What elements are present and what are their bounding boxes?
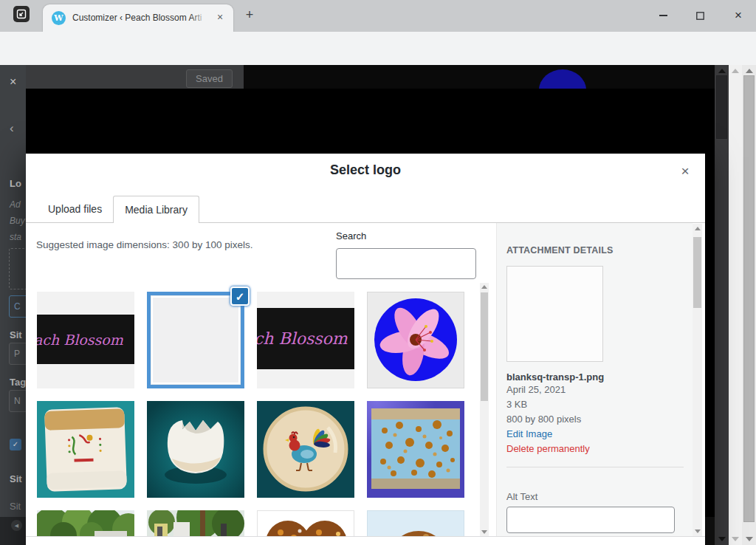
- modal-close-icon[interactable]: ×: [677, 163, 693, 179]
- suggested-dimensions-text: Suggested image dimensions: 300 by 100 p…: [36, 239, 252, 250]
- media-thumbnail-blossom-flower[interactable]: [367, 292, 464, 388]
- edit-image-link[interactable]: Edit Image: [506, 427, 693, 442]
- scrollbar-down-arrow[interactable]: [732, 537, 739, 541]
- park-image: [37, 510, 134, 536]
- close-icon: ×: [735, 8, 742, 23]
- collapse-sidebar-icon[interactable]: ◀: [11, 520, 22, 531]
- site-logo-circle: [539, 69, 586, 89]
- scrollbar-thumb[interactable]: [693, 237, 701, 308]
- tab-media-library[interactable]: Media Library: [113, 196, 199, 223]
- attachment-details-heading: ATTACHMENT DETAILS: [506, 245, 693, 256]
- tab-close-icon[interactable]: ×: [213, 11, 227, 24]
- media-thumbnail-peach-blossom-logo-1[interactable]: ach Blossom: [37, 292, 134, 388]
- preview-scrollbar-dimmed[interactable]: [715, 65, 729, 545]
- change-logo-button[interactable]: C: [9, 295, 26, 318]
- scrollbar-down-arrow[interactable]: [718, 537, 726, 541]
- browser-tab-bar: W Customizer ‹ Peach Blossom Arti × + ×: [0, 0, 756, 32]
- media-library-content: Suggested image dimensions: 300 by 100 p…: [26, 223, 693, 536]
- media-grid: ach Blossom ✓ ch Blossom: [37, 292, 478, 536]
- scrollbar-down-arrow[interactable]: [481, 530, 487, 534]
- scrollbar-thumb[interactable]: [481, 292, 488, 401]
- new-tab-button[interactable]: +: [241, 7, 258, 24]
- edge-workspaces-icon[interactable]: [13, 6, 30, 22]
- plate-image: [37, 401, 134, 498]
- tab-upload-files[interactable]: Upload files: [37, 196, 113, 223]
- site-section-label-2: Sit: [10, 501, 21, 512]
- search-input[interactable]: [336, 248, 476, 279]
- maximize-icon: [696, 12, 704, 20]
- wordpress-favicon-icon: W: [52, 11, 66, 25]
- media-thumbnail-rooster-bowl[interactable]: [257, 401, 354, 498]
- page-overlay-area: × ‹ Lo Ad Buy sta C Sit P Tag N ✓ Sit Si…: [0, 65, 756, 545]
- rooster-image: [257, 401, 354, 498]
- browser-tab-customizer[interactable]: W Customizer ‹ Peach Blossom Arti ×: [43, 4, 233, 32]
- scrollbar-up-arrow[interactable]: [481, 285, 487, 289]
- site-title-input[interactable]: P: [9, 343, 26, 365]
- attachment-filesize: 3 KB: [506, 397, 693, 412]
- scrollbar-thumb[interactable]: [716, 75, 727, 139]
- attachment-details-sidebar: ATTACHMENT DETAILS blanksq-transp-1.png …: [496, 223, 693, 536]
- site-section-label: Sit: [10, 473, 22, 484]
- scrollbar-up-arrow[interactable]: [746, 69, 753, 73]
- scrollbar-up-arrow[interactable]: [695, 227, 701, 230]
- scrollbar-down-arrow[interactable]: [746, 537, 753, 541]
- site-icon-checkbox[interactable]: ✓: [10, 439, 21, 450]
- browser-scrollbar[interactable]: [742, 65, 756, 545]
- modal-scrollbar[interactable]: [693, 224, 702, 536]
- site-preview-dimmed: [244, 65, 715, 89]
- tagline-input[interactable]: N: [9, 390, 26, 412]
- logo-black-band: ach Blossom: [37, 315, 134, 364]
- eggshell-image: [147, 401, 244, 498]
- logo-text: ch Blossom: [257, 329, 348, 348]
- attachment-preview-box: [506, 266, 603, 362]
- modal-footer: Select: [26, 536, 705, 545]
- grid-scrollbar[interactable]: [480, 283, 489, 536]
- tagline-label: Tag: [10, 377, 26, 388]
- blank-image: [153, 298, 238, 383]
- sidebar-divider: [506, 467, 684, 467]
- logo-description-line2: Buy: [10, 216, 25, 226]
- media-thumbnail-peach-blossom-logo-2[interactable]: ch Blossom: [257, 292, 354, 388]
- logo-text: ach Blossom: [37, 332, 123, 348]
- delete-permanently-link[interactable]: Delete permanently: [506, 442, 693, 456]
- alt-text-input[interactable]: [506, 507, 675, 533]
- tab-title-fade: [190, 10, 214, 27]
- scrollbar-down-arrow[interactable]: [695, 529, 701, 533]
- heart-image: [257, 510, 354, 536]
- customizer-sidebar-dimmed: × ‹ Lo Ad Buy sta C Sit P Tag N ✓ Sit Si…: [0, 65, 26, 517]
- browser-toolbar: ← → ↻ https://wordpress.com/customize/pe…: [0, 32, 756, 65]
- select-logo-modal: Select logo × Upload files Media Library…: [26, 154, 705, 545]
- customizer-close-icon[interactable]: ×: [10, 75, 16, 89]
- window-minimize-button[interactable]: [652, 6, 674, 25]
- window-close-button[interactable]: ×: [727, 6, 749, 25]
- scrollbar-up-arrow[interactable]: [718, 69, 726, 73]
- logo-description-line3: sta: [10, 232, 21, 242]
- scrollbar-up-arrow[interactable]: [732, 69, 739, 73]
- media-modal-tabs: Upload files Media Library: [37, 196, 199, 223]
- media-thumbnail-blank-square-selected[interactable]: ✓: [147, 292, 244, 388]
- media-thumbnail-park-photo-2[interactable]: [147, 510, 244, 536]
- site-title-label: Sit: [10, 329, 22, 340]
- search-label: Search: [336, 230, 366, 241]
- customizer-back-chevron-icon[interactable]: ‹: [10, 121, 14, 136]
- page-scrollbar[interactable]: [729, 65, 742, 545]
- customizer-header-dimmed: Saved: [26, 65, 244, 89]
- logo-image: ch Blossom: [257, 292, 354, 388]
- dish-image: [367, 401, 464, 498]
- attachment-filename: blanksq-transp-1.png: [506, 371, 693, 383]
- media-thumbnail-pottery-light-blue[interactable]: [367, 510, 464, 536]
- media-thumbnail-heart-mosaic[interactable]: [257, 510, 354, 536]
- selected-check-icon[interactable]: ✓: [230, 287, 250, 306]
- media-thumbnail-park-photo-1[interactable]: [37, 510, 134, 536]
- media-thumbnail-folk-plate[interactable]: [37, 401, 134, 498]
- media-thumbnail-blue-glazed-dish[interactable]: [367, 401, 464, 498]
- flower-image: [367, 292, 464, 388]
- logo-section-heading: Lo: [10, 178, 21, 189]
- minimize-icon: [659, 15, 667, 16]
- media-thumbnail-eggshell-bowl[interactable]: [147, 401, 244, 498]
- logo-black-band: ch Blossom: [257, 308, 354, 369]
- saved-button[interactable]: Saved: [186, 69, 233, 88]
- attachment-dimensions: 800 by 800 pixels: [506, 412, 693, 427]
- window-maximize-button[interactable]: [689, 6, 711, 25]
- scrollbar-thumb[interactable]: [743, 75, 755, 522]
